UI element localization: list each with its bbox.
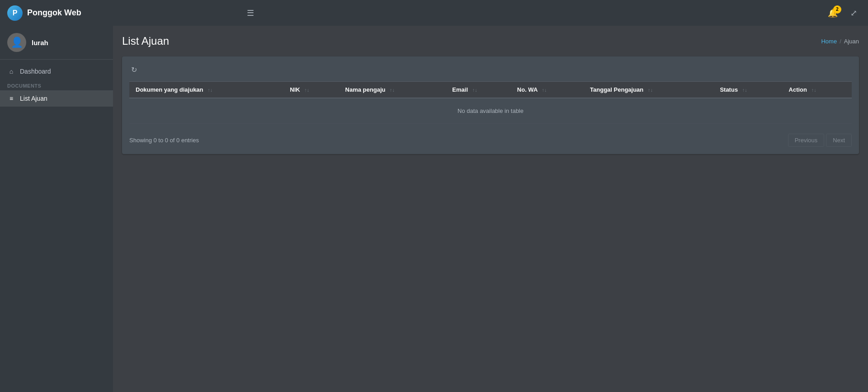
- content-header: List Ajuan Home / Ajuan: [122, 35, 859, 47]
- ajuan-table: Dokumen yang diajukan ↑↓ NIK ↑↓ Nama pen…: [129, 81, 852, 124]
- sort-icon-tanggal: ↑↓: [648, 87, 653, 93]
- sidebar-nav: ⌂ Dashboard DOCUMENTS ≡ List Ajuan: [0, 60, 113, 110]
- sidebar-item-dashboard[interactable]: ⌂ Dashboard: [0, 63, 113, 79]
- col-nama-pengaju[interactable]: Nama pengaju ↑↓: [339, 82, 446, 98]
- col-action[interactable]: Action ↑↓: [783, 82, 852, 98]
- main-content: List Ajuan Home / Ajuan ↻: [113, 26, 868, 392]
- col-status-label: Status: [720, 86, 738, 93]
- sidebar-item-list-ajuan[interactable]: ≡ List Ajuan: [0, 90, 113, 107]
- sort-icon-email: ↑↓: [472, 87, 477, 93]
- sidebar-item-label-list-ajuan: List Ajuan: [20, 95, 47, 102]
- brand-logo-text: P: [13, 9, 18, 17]
- hamburger-icon: ☰: [247, 9, 254, 18]
- card-body: ↻ Dokumen yang diajukan ↑↓ N: [122, 56, 859, 154]
- table-header: Dokumen yang diajukan ↑↓ NIK ↑↓ Nama pen…: [129, 82, 852, 98]
- layout-wrapper: 👤 lurah ⌂ Dashboard DOCUMENTS ≡ List Aju…: [0, 26, 868, 392]
- breadcrumb-home[interactable]: Home: [821, 38, 837, 45]
- app-name: Ponggok Web: [27, 8, 81, 18]
- no-data-cell: No data available in table: [129, 98, 852, 124]
- list-ajuan-card: ↻ Dokumen yang diajukan ↑↓ N: [122, 56, 859, 154]
- user-name: lurah: [32, 39, 48, 47]
- breadcrumb-separator: /: [840, 38, 841, 45]
- col-dokumen-label: Dokumen yang diajukan: [136, 86, 203, 93]
- col-action-label: Action: [789, 86, 807, 93]
- nav-section-documents: DOCUMENTS: [0, 79, 113, 90]
- table-container: Dokumen yang diajukan ↑↓ NIK ↑↓ Nama pen…: [129, 81, 852, 124]
- expand-button[interactable]: ⤢: [847, 6, 861, 20]
- notification-badge: 2: [833, 5, 841, 14]
- previous-label: Previous: [795, 137, 818, 144]
- sort-icon-dokumen: ↑↓: [208, 87, 212, 93]
- col-email[interactable]: Email ↑↓: [446, 82, 510, 98]
- col-no-wa[interactable]: No. WA ↑↓: [511, 82, 584, 98]
- col-dokumen[interactable]: Dokumen yang diajukan ↑↓: [129, 82, 283, 98]
- showing-entries: Showing 0 to 0 of 0 entries: [129, 137, 199, 144]
- brand-logo: P: [7, 5, 23, 21]
- page-title: List Ajuan: [122, 35, 169, 47]
- next-button[interactable]: Next: [826, 134, 852, 147]
- col-nik[interactable]: NIK ↑↓: [283, 82, 339, 98]
- reload-button[interactable]: ↻: [129, 64, 139, 76]
- hamburger-button[interactable]: ☰: [243, 6, 258, 20]
- col-tanggal-label: Tanggal Pengajuan: [590, 86, 643, 93]
- pagination: Previous Next: [788, 134, 852, 147]
- home-icon: ⌂: [7, 68, 15, 75]
- breadcrumb-current: Ajuan: [844, 38, 859, 45]
- avatar: 👤: [7, 33, 26, 52]
- table-footer: Showing 0 to 0 of 0 entries Previous Nex…: [129, 130, 852, 147]
- col-tanggal[interactable]: Tanggal Pengajuan ↑↓: [584, 82, 713, 98]
- top-navbar: P Ponggok Web ☰ 🔔 2 ⤢: [0, 0, 868, 26]
- expand-icon: ⤢: [850, 9, 857, 18]
- reload-icon: ↻: [131, 66, 137, 74]
- col-nik-label: NIK: [290, 86, 300, 93]
- navbar-right: 🔔 2 ⤢: [824, 6, 861, 20]
- col-nowa-label: No. WA: [517, 86, 538, 93]
- col-nama-label: Nama pengaju: [345, 86, 386, 93]
- sort-icon-nowa: ↑↓: [542, 87, 547, 93]
- previous-button[interactable]: Previous: [788, 134, 825, 147]
- notification-button[interactable]: 🔔 2: [824, 6, 841, 20]
- list-icon: ≡: [7, 95, 15, 102]
- avatar-icon: 👤: [11, 37, 23, 48]
- brand: P Ponggok Web: [7, 5, 120, 21]
- col-status[interactable]: Status ↑↓: [713, 82, 782, 98]
- sidebar-item-label-dashboard: Dashboard: [20, 68, 51, 75]
- no-data-row: No data available in table: [129, 98, 852, 124]
- sort-icon-nama: ↑↓: [390, 87, 395, 93]
- table-body: No data available in table: [129, 98, 852, 124]
- sort-icon-status: ↑↓: [742, 87, 747, 93]
- next-label: Next: [833, 137, 845, 144]
- breadcrumb: Home / Ajuan: [821, 38, 859, 45]
- sort-icon-action: ↑↓: [811, 87, 816, 93]
- navbar-left: P Ponggok Web ☰: [7, 5, 258, 21]
- sidebar-user: 👤 lurah: [0, 26, 113, 60]
- sort-icon-nik: ↑↓: [304, 87, 309, 93]
- col-email-label: Email: [452, 86, 468, 93]
- sidebar: 👤 lurah ⌂ Dashboard DOCUMENTS ≡ List Aju…: [0, 26, 113, 392]
